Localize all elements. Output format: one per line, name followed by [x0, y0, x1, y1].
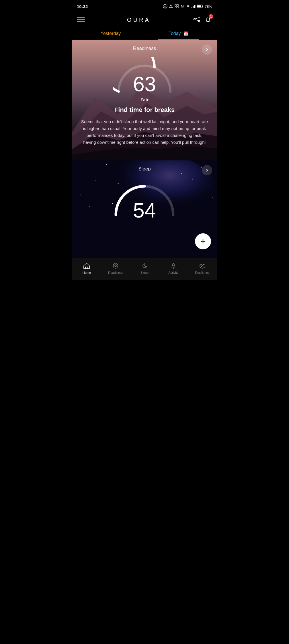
svg-point-42: [204, 205, 204, 205]
svg-rect-11: [195, 5, 196, 8]
svg-marker-2: [169, 5, 173, 8]
svg-point-46: [115, 265, 116, 267]
svg-point-28: [181, 173, 182, 174]
app-logo: OURA: [124, 14, 153, 25]
date-tabs: Yesterday Today 📅: [72, 28, 217, 40]
share-button[interactable]: [193, 15, 201, 23]
svg-point-36: [81, 195, 81, 195]
svg-point-30: [95, 180, 95, 181]
battery-percentage: 78%: [205, 4, 212, 9]
readiness-body: Seems that you didn't sleep that well la…: [78, 118, 211, 146]
nav-item-home[interactable]: Home: [72, 261, 101, 276]
status-time: 10:32: [77, 4, 88, 9]
svg-rect-3: [175, 5, 176, 6]
readiness-headline: Find time for breaks: [78, 106, 211, 114]
readiness-card: Readiness 63 Fair Find time for breaks S…: [72, 40, 217, 160]
status-bar: 10:32 W M: [72, 0, 217, 13]
svg-line-21: [195, 20, 198, 21]
svg-point-17: [194, 19, 195, 20]
svg-point-25: [106, 164, 107, 165]
activity-nav-label: Activity: [168, 271, 178, 274]
svg-text:M: M: [181, 5, 183, 8]
menu-button[interactable]: [77, 15, 85, 23]
cards-container: Readiness 63 Fair Find time for breaks S…: [72, 40, 217, 258]
resilience-nav-label: Resilience: [195, 271, 210, 274]
sleep-gauge: 54: [110, 178, 179, 221]
svg-point-40: [89, 206, 90, 207]
svg-rect-9: [193, 6, 194, 8]
svg-point-18: [198, 17, 200, 18]
sleep-card: Sleep 54: [72, 160, 217, 258]
nav-item-readiness[interactable]: Readiness: [101, 261, 130, 276]
nav-item-resilience[interactable]: Resilience: [188, 261, 217, 276]
svg-point-35: [210, 186, 210, 187]
sleep-title: Sleep: [78, 166, 211, 172]
readiness-icon: [112, 262, 120, 270]
gmail-icon: M: [180, 4, 185, 9]
oura-logo-svg: OURA: [124, 14, 153, 23]
svg-rect-13: [202, 6, 203, 7]
svg-point-39: [212, 197, 213, 198]
readiness-gauge: 63: [113, 57, 176, 94]
readiness-label: Fair: [78, 97, 211, 102]
svg-rect-5: [175, 7, 176, 8]
status-icons: W M: [163, 4, 212, 9]
readiness-nav-label: Readiness: [108, 271, 123, 274]
sleep-icon: [140, 262, 149, 270]
readiness-score: 63: [133, 74, 156, 94]
notification-button[interactable]: 1: [204, 15, 212, 23]
svg-rect-10: [194, 5, 195, 8]
svg-point-19: [198, 20, 200, 22]
signal-icon: [192, 5, 196, 8]
resilience-icon: [198, 262, 206, 270]
svg-line-20: [195, 18, 198, 19]
tab-yesterday[interactable]: Yesterday: [77, 28, 144, 40]
battery-icon: [197, 5, 204, 8]
svg-text:OURA: OURA: [127, 17, 151, 23]
svg-rect-45: [85, 267, 88, 269]
home-label: Home: [83, 271, 91, 274]
svg-rect-8: [192, 7, 192, 8]
bottom-nav: Home Readiness Sleep Ac: [72, 258, 217, 280]
sleep-nav-label: Sleep: [140, 271, 149, 274]
svg-text:W: W: [164, 5, 167, 8]
svg-point-47: [173, 263, 174, 265]
calendar-icon: 📅: [183, 31, 188, 36]
nav-item-activity[interactable]: Activity: [159, 261, 188, 276]
nav-right: 1: [193, 15, 212, 23]
activity-icon: [169, 262, 177, 270]
add-button[interactable]: [195, 233, 211, 249]
notification-badge: 1: [209, 14, 213, 19]
home-icon: [83, 262, 91, 270]
svg-rect-6: [177, 7, 178, 8]
tab-today[interactable]: Today 📅: [144, 28, 212, 40]
navigation-icon: [169, 4, 173, 9]
svg-rect-14: [197, 5, 201, 7]
svg-point-34: [192, 179, 193, 180]
svg-rect-4: [177, 5, 178, 6]
sleep-score: 54: [133, 200, 156, 221]
whatsapp-icon: W: [163, 4, 167, 9]
top-nav: OURA 1: [72, 13, 217, 28]
svg-point-37: [101, 192, 101, 192]
nav-item-sleep[interactable]: Sleep: [130, 261, 159, 276]
readiness-title: Readiness: [78, 46, 211, 51]
schematic-icon: [174, 4, 179, 9]
wifi-icon: [186, 5, 190, 8]
